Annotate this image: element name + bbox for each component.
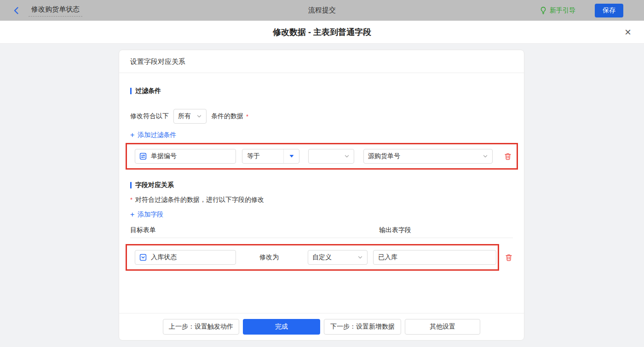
beginner-guide-label: 新手引导 bbox=[550, 6, 575, 15]
plus-icon: + bbox=[130, 132, 134, 138]
card-footer: 上一步：设置触发动作 完成 下一步：设置新增数据 其他设置 bbox=[119, 313, 524, 340]
mapping-row-highlighted: 入库状态 修改为 自定义 bbox=[126, 244, 499, 271]
target-field-value: 入库状态 bbox=[151, 253, 177, 262]
filter-field-select[interactable]: 单据编号 bbox=[135, 149, 236, 164]
column-target-form: 目标表单 bbox=[130, 226, 156, 233]
add-field-label: 添加字段 bbox=[138, 210, 163, 219]
match-suffix: 条件的数据 bbox=[211, 112, 243, 120]
trash-icon bbox=[505, 253, 513, 262]
add-field-link[interactable]: + 添加字段 bbox=[130, 210, 163, 219]
column-output-fields: 输出表字段 bbox=[379, 226, 411, 234]
done-button[interactable]: 完成 bbox=[243, 319, 320, 335]
delete-mapping-button[interactable] bbox=[505, 253, 513, 262]
operator-select[interactable]: 等于 bbox=[242, 149, 299, 164]
match-condition-row: 修改符合以下 所有 条件的数据 * bbox=[130, 109, 513, 124]
prev-step-button[interactable]: 上一步：设置触发动作 bbox=[163, 319, 239, 335]
mapping-value-type-select[interactable]: 自定义 bbox=[308, 250, 368, 265]
field-mapping-card: 设置字段对应关系 过滤条件 修改符合以下 所有 条件的数据 * + bbox=[119, 50, 524, 341]
value-type-select[interactable] bbox=[308, 149, 354, 164]
section-accent-bar bbox=[130, 88, 132, 94]
match-mode-select[interactable]: 所有 bbox=[173, 109, 207, 124]
custom-value-input[interactable] bbox=[373, 250, 496, 265]
mapping-column-headers: 目标表单 输出表字段 bbox=[130, 226, 513, 234]
save-button[interactable]: 保存 bbox=[595, 4, 623, 17]
delete-condition-button[interactable] bbox=[504, 152, 512, 160]
serial-number-field-icon bbox=[139, 153, 147, 160]
topbar: 修改购货单状态 流程提交 新手引导 保存 bbox=[0, 0, 644, 21]
section-accent-bar bbox=[130, 182, 132, 188]
chevron-down-icon bbox=[483, 154, 488, 159]
mapping-value-type: 自定义 bbox=[312, 253, 332, 262]
plus-icon: + bbox=[130, 211, 134, 218]
mapping-section-label: 字段对应关系 bbox=[135, 181, 174, 189]
trash-icon bbox=[504, 152, 512, 160]
operator-value: 等于 bbox=[242, 152, 283, 160]
beginner-guide-link[interactable]: 新手引导 bbox=[540, 6, 575, 15]
next-step-button[interactable]: 下一步：设置新增数据 bbox=[324, 319, 401, 335]
mapping-description-text: 对符合过滤条件的数据，进行以下字段的修改 bbox=[135, 196, 264, 204]
card-header: 设置字段对应关系 bbox=[119, 50, 524, 73]
chevron-down-icon bbox=[196, 114, 202, 119]
filter-condition-row-highlighted: 单据编号 等于 源购货单号 bbox=[126, 143, 518, 170]
mapping-section-title: 字段对应关系 bbox=[130, 181, 513, 189]
close-icon[interactable]: × bbox=[625, 27, 631, 38]
match-mode-value: 所有 bbox=[178, 112, 191, 120]
modal-body: 设置字段对应关系 过滤条件 修改符合以下 所有 条件的数据 * + bbox=[0, 44, 644, 347]
dropdown-field-icon bbox=[139, 254, 147, 261]
chevron-left-icon bbox=[12, 6, 21, 15]
mapping-description: * 对符合过滤条件的数据，进行以下字段的修改 bbox=[130, 196, 513, 204]
filter-section-title: 过滤条件 bbox=[130, 87, 513, 95]
filter-section-label: 过滤条件 bbox=[135, 87, 161, 95]
back-button[interactable] bbox=[12, 6, 21, 15]
chevron-down-icon bbox=[357, 255, 363, 260]
flow-title[interactable]: 修改购货单状态 bbox=[29, 4, 82, 17]
modify-to-label: 修改为 bbox=[259, 253, 279, 262]
filter-value: 源购货单号 bbox=[368, 152, 400, 160]
target-field-select[interactable]: 入库状态 bbox=[135, 250, 236, 265]
required-mark: * bbox=[246, 113, 248, 120]
caret-down-icon bbox=[283, 149, 299, 163]
match-prefix: 修改符合以下 bbox=[130, 112, 169, 120]
column-divider bbox=[130, 238, 513, 238]
filter-value-select[interactable]: 源购货单号 bbox=[363, 149, 493, 164]
other-settings-button[interactable]: 其他设置 bbox=[405, 319, 480, 335]
modal-header: 修改数据 - 主表到普通字段 × bbox=[0, 21, 644, 44]
modal-title: 修改数据 - 主表到普通字段 bbox=[273, 27, 371, 38]
required-mark: * bbox=[130, 196, 132, 203]
lightbulb-icon bbox=[540, 6, 547, 14]
add-filter-condition-link[interactable]: + 添加过滤条件 bbox=[130, 131, 176, 139]
filter-field-value: 单据编号 bbox=[151, 152, 177, 160]
add-filter-condition-label: 添加过滤条件 bbox=[138, 131, 176, 139]
chevron-down-icon bbox=[344, 154, 350, 159]
